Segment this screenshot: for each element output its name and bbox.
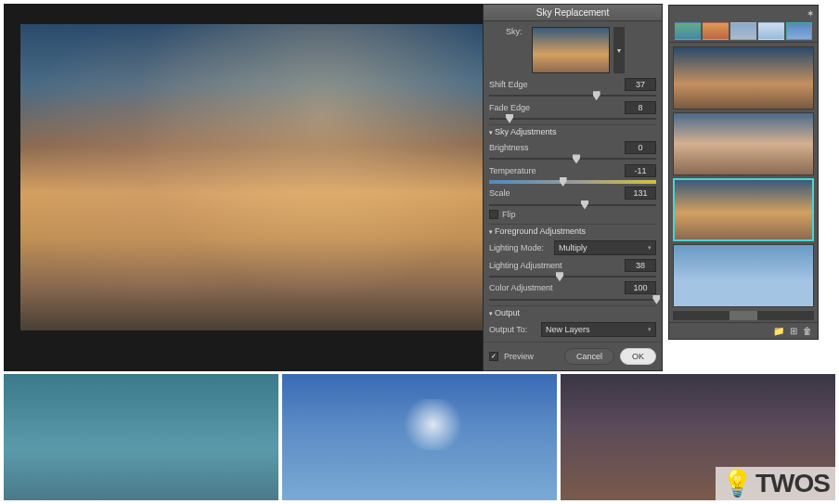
folder-icon[interactable]: 📁 bbox=[773, 326, 784, 336]
category-thumb[interactable] bbox=[758, 22, 784, 40]
sky-preset-item[interactable] bbox=[673, 244, 814, 307]
variant-row bbox=[4, 374, 835, 504]
sky-adjustments-header[interactable]: Sky Adjustments bbox=[489, 124, 656, 138]
category-thumb[interactable] bbox=[675, 22, 701, 40]
brightness-slider[interactable] bbox=[489, 157, 656, 162]
fade-edge-slider[interactable] bbox=[489, 117, 656, 122]
watermark: 💡 TWOS bbox=[716, 467, 835, 500]
lighting-mode-dropdown[interactable]: Multiply bbox=[554, 240, 656, 255]
lighting-adjustment-label: Lighting Adjustment bbox=[489, 261, 621, 270]
scale-label: Scale bbox=[489, 188, 621, 198]
temperature-slider[interactable] bbox=[489, 180, 656, 185]
scale-value[interactable]: 131 bbox=[625, 187, 656, 200]
flip-checkbox[interactable] bbox=[489, 210, 498, 219]
result-variant-2 bbox=[282, 374, 557, 500]
output-section-label: Output bbox=[489, 305, 656, 319]
gear-icon[interactable]: ✶ bbox=[807, 8, 814, 19]
brightness-value[interactable]: 0 bbox=[625, 141, 656, 154]
preview-label: Preview bbox=[504, 352, 559, 361]
category-thumb-selected[interactable] bbox=[786, 22, 812, 40]
picker-scrollbar[interactable] bbox=[673, 311, 814, 320]
dialog-title: Sky Replacement bbox=[484, 5, 662, 21]
sky-preset-item-selected[interactable] bbox=[673, 178, 814, 241]
color-adjustment-label: Color Adjustment bbox=[489, 283, 621, 292]
scale-slider[interactable] bbox=[489, 202, 656, 207]
category-thumb[interactable] bbox=[703, 22, 729, 40]
sky-replacement-dialog: Sky Replacement ↔ ✎ ✋ 🔍 Sky: ▾ Shift Edg… bbox=[483, 4, 663, 371]
shift-edge-slider[interactable] bbox=[489, 94, 656, 98]
fade-edge-label: Fade Edge bbox=[489, 103, 621, 112]
preview-checkbox[interactable]: ✓ bbox=[489, 352, 498, 361]
sky-preset-item[interactable] bbox=[673, 46, 814, 110]
category-thumb[interactable] bbox=[730, 22, 756, 40]
output-to-label: Output To: bbox=[489, 325, 537, 334]
shift-edge-label: Shift Edge bbox=[489, 80, 621, 89]
brightness-label: Brightness bbox=[489, 143, 621, 152]
sky-preset-item[interactable] bbox=[673, 112, 814, 175]
lightbulb-icon: 💡 bbox=[721, 471, 754, 497]
fade-edge-value[interactable]: 8 bbox=[625, 101, 656, 114]
lighting-mode-label: Lighting Mode: bbox=[489, 243, 550, 252]
foreground-adjustments-header[interactable]: Foreground Adjustments bbox=[489, 224, 656, 238]
color-adjustment-slider[interactable] bbox=[489, 297, 656, 302]
shift-edge-value[interactable]: 37 bbox=[625, 78, 656, 91]
ok-button[interactable]: OK bbox=[620, 348, 656, 365]
main-preview-image bbox=[20, 24, 483, 330]
color-adjustment-value[interactable]: 100 bbox=[625, 281, 656, 294]
delete-icon[interactable]: 🗑 bbox=[803, 326, 812, 336]
lighting-adjustment-value[interactable]: 38 bbox=[625, 259, 656, 272]
new-preset-icon[interactable]: ⊞ bbox=[790, 326, 797, 336]
sky-preset-list bbox=[669, 43, 818, 311]
sky-thumbnail[interactable] bbox=[532, 27, 610, 73]
sky-dropdown-arrow[interactable]: ▾ bbox=[613, 27, 625, 73]
flip-label: Flip bbox=[502, 210, 656, 219]
temperature-value[interactable]: -11 bbox=[625, 164, 656, 177]
sky-picker-panel: ✶ 📁 ⊞ 🗑 bbox=[668, 5, 819, 340]
cancel-button[interactable]: Cancel bbox=[564, 348, 614, 365]
sky-category-strip bbox=[669, 20, 818, 43]
result-variant-1 bbox=[4, 374, 278, 500]
sky-label: Sky: bbox=[506, 27, 524, 36]
output-to-dropdown[interactable]: New Layers bbox=[541, 322, 656, 337]
lighting-adjustment-slider[interactable] bbox=[489, 275, 656, 279]
temperature-label: Temperature bbox=[489, 166, 621, 175]
watermark-text: TWOS bbox=[755, 469, 830, 498]
